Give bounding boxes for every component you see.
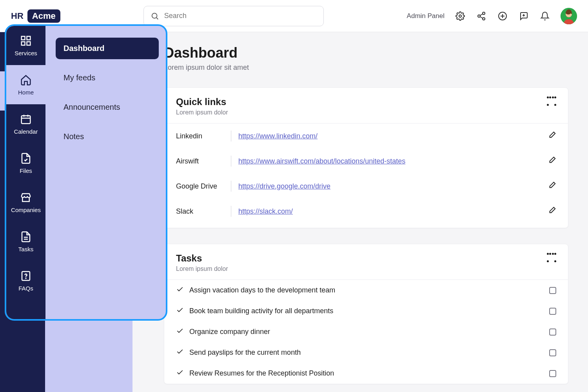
- divider: [231, 181, 231, 192]
- quick-link-name: Slack: [176, 207, 231, 216]
- new-message-icon[interactable]: [518, 11, 529, 22]
- svg-rect-28: [27, 36, 31, 40]
- quick-link-url[interactable]: https://drive.google.com/drive: [238, 182, 330, 190]
- flyout-nav-calendar[interactable]: Calendar: [6, 104, 45, 143]
- svg-point-0: [152, 13, 157, 18]
- settings-icon[interactable]: [455, 11, 466, 22]
- file-check-icon: [20, 152, 32, 164]
- app-logo: HR Acme: [11, 9, 60, 23]
- flyout-item-dashboard[interactable]: Dashboard: [56, 38, 159, 59]
- flyout-nav-home[interactable]: Home: [6, 65, 45, 104]
- flyout-inner-nav: Services Home Calendar Files Companies T…: [6, 26, 45, 319]
- tasks-subtitle: Lorem ipsum dolor: [176, 265, 228, 272]
- quick-link-url[interactable]: https://www.linkedin.com/: [238, 132, 318, 140]
- task-checkbox[interactable]: [549, 328, 556, 336]
- flyout-nav-tasks[interactable]: Tasks: [6, 222, 45, 261]
- quick-link-url[interactable]: https://www.airswift.com/about/locations…: [238, 157, 405, 165]
- svg-point-4: [478, 15, 480, 17]
- quick-link-url[interactable]: https://slack.com/: [238, 207, 293, 215]
- task-row: Book team building activity for all depa…: [164, 301, 568, 321]
- svg-rect-29: [22, 42, 25, 45]
- drag-handle-icon[interactable]: [547, 253, 556, 262]
- task-text: Book team building activity for all depa…: [189, 307, 333, 315]
- logo-badge: Acme: [27, 9, 60, 23]
- quick-link-row: Slack https://slack.com/: [164, 199, 568, 228]
- quick-links-subtitle: Lorem ipsum dolor: [176, 109, 228, 116]
- search-icon: [151, 12, 159, 20]
- svg-rect-31: [22, 116, 31, 123]
- nav-label: Companies: [11, 207, 41, 213]
- nav-label: Files: [20, 167, 32, 174]
- quick-link-row: Airswift https://www.airswift.com/about/…: [164, 149, 568, 174]
- nav-label: Calendar: [14, 128, 38, 135]
- divider: [231, 131, 231, 142]
- task-row: Organize company dinner: [164, 321, 568, 342]
- task-row: Send payslips for the current month: [164, 342, 568, 363]
- edit-icon[interactable]: [548, 181, 556, 192]
- check-icon: [176, 327, 184, 337]
- flyout-nav-files[interactable]: Files: [6, 143, 45, 183]
- help-book-icon: [20, 270, 32, 282]
- calendar-icon: [20, 113, 32, 125]
- tasks-card: Tasks Lorem ipsum dolor Assign vacation …: [164, 244, 568, 384]
- task-text: Organize company dinner: [189, 328, 270, 336]
- svg-line-1: [156, 18, 158, 19]
- svg-point-3: [483, 12, 485, 15]
- content-area: Dashboard Lorem ipsum dolor sit amet Qui…: [132, 32, 588, 392]
- svg-line-6: [480, 14, 483, 15]
- svg-rect-30: [27, 42, 31, 45]
- svg-point-38: [25, 278, 26, 278]
- quick-links-title: Quick links: [176, 96, 228, 107]
- check-icon: [176, 285, 184, 295]
- search-input[interactable]: [143, 6, 324, 26]
- flyout-nav-faqs[interactable]: FAQs: [6, 261, 45, 300]
- flyout-menu: Dashboard My feeds Announcements Notes: [56, 38, 159, 147]
- nav-label: Home: [18, 89, 34, 96]
- svg-rect-27: [22, 36, 25, 40]
- logo-left: HR: [11, 11, 24, 21]
- task-checkbox[interactable]: [549, 287, 556, 294]
- admin-panel-link[interactable]: Admin Panel: [407, 12, 445, 20]
- flyout-nav-companies[interactable]: Companies: [6, 183, 45, 222]
- home-flyout: Services Home Calendar Files Companies T…: [5, 24, 167, 321]
- page-subtitle: Lorem ipsum dolor sit amet: [164, 64, 568, 72]
- edit-icon[interactable]: [548, 131, 556, 142]
- nav-label: Services: [15, 50, 37, 56]
- task-text: Review Resumes for the Receptionist Posi…: [189, 369, 334, 377]
- document-icon: [20, 231, 32, 243]
- task-checkbox[interactable]: [549, 308, 556, 315]
- flyout-item-announcements[interactable]: Announcements: [56, 96, 159, 118]
- task-checkbox[interactable]: [549, 370, 556, 377]
- notifications-icon[interactable]: [539, 11, 550, 22]
- tasks-title: Tasks: [176, 253, 228, 264]
- add-icon[interactable]: [497, 11, 508, 22]
- flyout-item-my-feeds[interactable]: My feeds: [56, 67, 159, 89]
- check-icon: [176, 306, 184, 316]
- edit-icon[interactable]: [548, 156, 556, 167]
- avatar[interactable]: [561, 8, 577, 24]
- edit-icon[interactable]: [548, 206, 556, 217]
- check-icon: [176, 348, 184, 358]
- flyout-nav-services[interactable]: Services: [6, 26, 45, 65]
- flyout-item-notes[interactable]: Notes: [56, 126, 159, 147]
- storefront-icon: [20, 192, 32, 203]
- task-text: Send payslips for the current month: [189, 348, 301, 357]
- tasks-body: Assign vacation days to the development …: [164, 280, 568, 384]
- quick-link-row: Google Drive https://drive.google.com/dr…: [164, 174, 568, 199]
- nav-label: Tasks: [18, 246, 33, 252]
- quick-link-name: Google Drive: [176, 182, 231, 191]
- quick-links-card: Quick links Lorem ipsum dolor Linkedin h…: [164, 87, 568, 228]
- svg-point-2: [459, 15, 461, 17]
- svg-point-5: [483, 18, 485, 20]
- divider: [231, 156, 231, 167]
- grid-icon: [20, 35, 32, 47]
- page-title: Dashboard: [164, 45, 568, 61]
- task-text: Assign vacation days to the development …: [189, 286, 335, 294]
- share-icon[interactable]: [476, 11, 487, 22]
- quick-link-row: Linkedin https://www.linkedin.com/: [164, 123, 568, 149]
- drag-handle-icon[interactable]: [547, 96, 556, 106]
- nav-label: FAQs: [18, 285, 33, 292]
- task-checkbox[interactable]: [549, 349, 556, 356]
- check-icon: [176, 368, 184, 378]
- task-row: Review Resumes for the Receptionist Posi…: [164, 363, 568, 384]
